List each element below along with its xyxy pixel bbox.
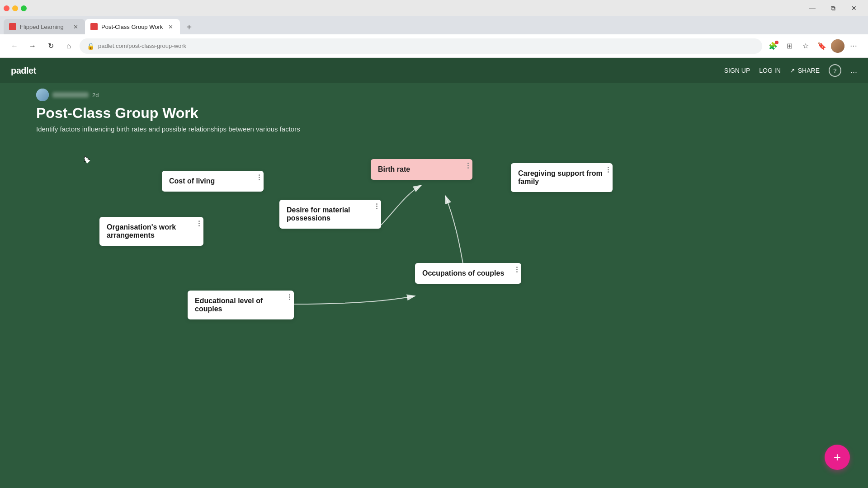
user-avatar-btn[interactable] bbox=[831, 39, 844, 53]
title-bar: — ⧉ ✕ bbox=[0, 0, 868, 16]
node-cost-of-living[interactable]: Cost of living bbox=[162, 171, 264, 192]
forward-button[interactable]: → bbox=[25, 39, 40, 53]
notification-badge bbox=[775, 41, 778, 44]
win-restore-btn[interactable]: ⧉ bbox=[823, 0, 844, 16]
signup-link[interactable]: SIGN UP bbox=[724, 67, 750, 74]
app-nav: SIGN UP LOG IN ↗ SHARE ? ... bbox=[724, 64, 857, 77]
node-birth-rate[interactable]: Birth rate bbox=[371, 159, 472, 180]
node-occupations[interactable]: Occupations of couples bbox=[415, 263, 521, 284]
add-post-fab[interactable]: + bbox=[825, 445, 850, 470]
share-icon: ↗ bbox=[790, 67, 795, 74]
win-minimize-btn[interactable]: — bbox=[802, 0, 823, 16]
node-menu-desire[interactable] bbox=[376, 203, 377, 209]
node-label-occupations: Occupations of couples bbox=[422, 269, 504, 277]
bookmark-icon: 🔖 bbox=[817, 42, 826, 50]
nav-bar: ← → ↻ ⌂ 🔒 padlet.com/post-class-group-wo… bbox=[0, 34, 868, 58]
user-avatar bbox=[831, 39, 844, 53]
tab-postclass[interactable]: Post-Class Group Work ✕ bbox=[85, 19, 180, 34]
login-link[interactable]: LOG IN bbox=[759, 67, 780, 74]
node-label-desire: Desire for material possessions bbox=[287, 206, 350, 222]
node-label-cost: Cost of living bbox=[169, 177, 215, 185]
nav-actions: 🧩 ⊞ ☆ 🔖 ⋯ bbox=[766, 39, 861, 53]
tab-flipped-learning[interactable]: Flipped Learning ✕ bbox=[4, 19, 85, 34]
node-menu-cost[interactable] bbox=[259, 174, 260, 180]
win-close-btn[interactable]: ✕ bbox=[844, 0, 864, 16]
window-minimize-btn[interactable] bbox=[12, 5, 18, 11]
plus-icon: + bbox=[834, 450, 841, 465]
canvas-area: Birth rate Cost of living Desire for m bbox=[0, 58, 868, 488]
mouse-cursor bbox=[84, 155, 90, 164]
browser-frame: — ⧉ ✕ Flipped Learning ✕ Post-Class Grou… bbox=[0, 0, 868, 488]
node-menu-birth-rate[interactable] bbox=[467, 163, 469, 169]
star-icon: ☆ bbox=[802, 42, 809, 50]
tab-close-pc[interactable]: ✕ bbox=[166, 23, 175, 31]
node-organisations[interactable]: Organisation's work arrangements bbox=[99, 217, 203, 246]
address-text: padlet.com/post-class-group-work bbox=[98, 42, 755, 49]
node-label-birth-rate: Birth rate bbox=[378, 165, 410, 173]
ellipsis-icon: ⋯ bbox=[850, 42, 857, 50]
node-caregiving[interactable]: Caregiving support from family bbox=[511, 163, 613, 192]
node-menu-caregiving[interactable] bbox=[608, 167, 609, 173]
app-header: padlet SIGN UP LOG IN ↗ SHARE ? ... bbox=[0, 58, 868, 83]
grid-btn[interactable]: ⊞ bbox=[782, 39, 797, 53]
node-label-caregiving: Caregiving support from family bbox=[518, 169, 603, 185]
home-button[interactable]: ⌂ bbox=[61, 39, 76, 53]
grid-icon: ⊞ bbox=[787, 42, 793, 50]
share-button[interactable]: ↗ SHARE bbox=[790, 67, 820, 74]
tab-bar: Flipped Learning ✕ Post-Class Group Work… bbox=[0, 16, 868, 34]
browser-menu-btn[interactable]: ⋯ bbox=[846, 39, 861, 53]
extensions-btn[interactable]: 🧩 bbox=[766, 39, 780, 53]
favorites-btn[interactable]: ☆ bbox=[798, 39, 813, 53]
window-close-btn[interactable] bbox=[4, 5, 9, 11]
new-tab-button[interactable]: + bbox=[182, 20, 196, 34]
help-button[interactable]: ? bbox=[829, 64, 841, 77]
back-button[interactable]: ← bbox=[7, 39, 22, 53]
tab-favicon-fl bbox=[9, 23, 16, 30]
padlet-logo: padlet bbox=[11, 66, 36, 76]
node-label-organisations: Organisation's work arrangements bbox=[107, 223, 176, 239]
node-educational[interactable]: Educational level of couples bbox=[188, 291, 294, 319]
node-desire[interactable]: Desire for material possessions bbox=[279, 200, 381, 229]
tab-favicon-pc bbox=[90, 23, 98, 30]
more-options-button[interactable]: ... bbox=[850, 66, 857, 75]
tab-label-fl: Flipped Learning bbox=[20, 23, 68, 30]
tab-label-pc: Post-Class Group Work bbox=[101, 23, 163, 30]
node-menu-educational[interactable] bbox=[289, 294, 290, 300]
node-label-educational: Educational level of couples bbox=[195, 297, 263, 313]
tab-close-fl[interactable]: ✕ bbox=[71, 23, 80, 31]
node-menu-occupations[interactable] bbox=[516, 267, 518, 272]
address-bar[interactable]: 🔒 padlet.com/post-class-group-work bbox=[80, 38, 762, 54]
lock-icon: 🔒 bbox=[87, 42, 94, 50]
window-maximize-btn[interactable] bbox=[21, 5, 27, 11]
reload-button[interactable]: ↻ bbox=[43, 39, 58, 53]
node-menu-organisations[interactable] bbox=[198, 221, 200, 226]
app-content: padlet SIGN UP LOG IN ↗ SHARE ? ... 2d bbox=[0, 58, 868, 488]
collections-btn[interactable]: 🔖 bbox=[815, 39, 829, 53]
